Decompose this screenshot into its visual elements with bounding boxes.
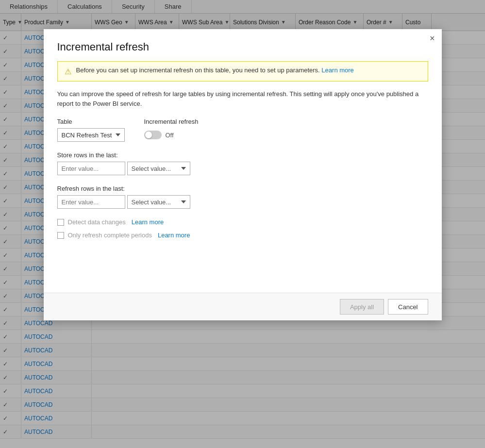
warning-message: Before you can set up incremental refres… [76, 66, 320, 74]
incremental-refresh-toggle[interactable] [144, 131, 162, 139]
modal-footer: Apply all Cancel [44, 293, 442, 320]
apply-all-button[interactable]: Apply all [340, 299, 384, 315]
detect-changes-learn-more[interactable]: Learn more [132, 218, 164, 226]
cancel-button[interactable]: Cancel [388, 299, 428, 315]
toggle-group: Incremental refresh Off [144, 118, 199, 142]
complete-periods-checkbox[interactable] [57, 232, 64, 239]
close-button[interactable]: × [430, 34, 435, 43]
incremental-refresh-label: Incremental refresh [144, 118, 199, 125]
modal-title: Incremental refresh [57, 41, 428, 53]
detect-changes-row: Detect data changes Learn more [57, 218, 428, 226]
store-rows-group: Store rows in the last: Select value... [57, 151, 428, 175]
refresh-rows-value-input[interactable] [57, 195, 125, 209]
detect-changes-checkbox[interactable] [57, 219, 64, 226]
table-selector-group: Table BCN Refresh Test [57, 118, 125, 142]
table-select[interactable]: BCN Refresh Test [57, 128, 125, 142]
modal-description: You can improve the speed of refresh for… [57, 89, 428, 108]
refresh-rows-label: Refresh rows in the last: [57, 185, 428, 192]
store-rows-value-input[interactable] [57, 162, 125, 175]
checkboxes-group: Detect data changes Learn more Only refr… [57, 218, 428, 239]
complete-periods-row: Only refresh complete periods Learn more [57, 232, 428, 239]
refresh-rows-group: Refresh rows in the last: Select value..… [57, 185, 428, 209]
warning-text: Before you can set up incremental refres… [76, 66, 354, 74]
warning-banner: ⚠ Before you can set up incremental refr… [57, 61, 428, 82]
complete-periods-learn-more[interactable]: Learn more [158, 232, 190, 239]
complete-periods-label: Only refresh complete periods [68, 232, 152, 239]
refresh-rows-unit-select[interactable]: Select value... [127, 195, 190, 209]
store-rows-unit-select[interactable]: Select value... [127, 162, 190, 175]
table-label: Table [57, 118, 125, 125]
detect-changes-label: Detect data changes [68, 218, 126, 226]
store-rows-label: Store rows in the last: [57, 151, 428, 159]
modal-overlay: × Incremental refresh ⚠ Before you can s… [0, 0, 485, 448]
toggle-state-label: Off [166, 132, 174, 139]
incremental-refresh-modal: × Incremental refresh ⚠ Before you can s… [44, 29, 442, 320]
warning-learn-more-link[interactable]: Learn more [321, 66, 353, 74]
warning-icon: ⚠ [65, 67, 71, 76]
